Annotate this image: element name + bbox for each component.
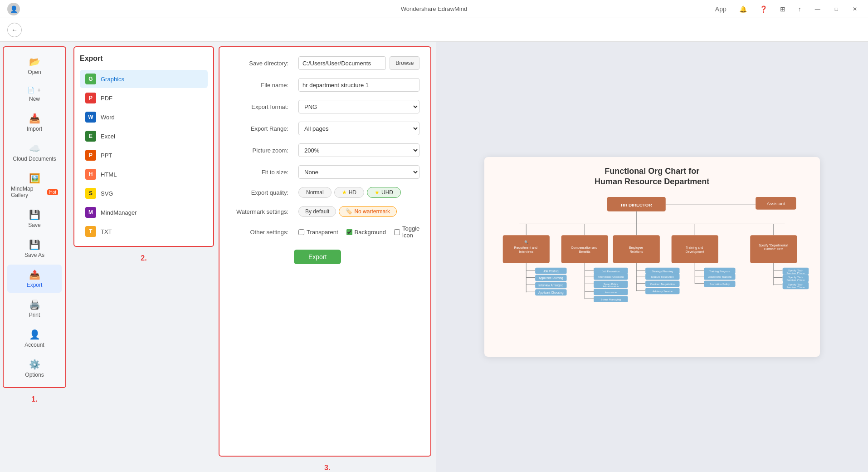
picture-zoom-control: 100%150%200%300% bbox=[298, 143, 419, 157]
fit-to-size-row: Fit to size: NoneFit to A4 bbox=[230, 165, 419, 179]
sidebar-item-gallery[interactable]: 🖼️ MindMap Gallery Hot bbox=[7, 168, 62, 203]
checkbox-group: Transparent Background Toggle icon bbox=[298, 225, 419, 239]
save-directory-input[interactable] bbox=[298, 56, 386, 70]
grid-icon[interactable]: ⊞ bbox=[777, 5, 788, 14]
txt-icon: T bbox=[85, 226, 96, 237]
minimize-btn[interactable]: — bbox=[811, 5, 824, 13]
help-icon[interactable]: ❓ bbox=[757, 5, 770, 14]
org-chart-svg: HR DIRECTOR Assistant bbox=[493, 195, 811, 348]
export-panel-title: Export bbox=[80, 53, 208, 64]
print-icon: 🖨️ bbox=[29, 299, 40, 310]
app-button[interactable]: App bbox=[712, 5, 729, 14]
background-checkbox[interactable] bbox=[346, 229, 352, 235]
export-type-graphics[interactable]: G Graphics bbox=[80, 70, 208, 88]
quality-normal-btn[interactable]: Normal bbox=[298, 187, 332, 198]
export-type-label: SVG bbox=[101, 190, 113, 197]
export-range-label: Export Range: bbox=[230, 125, 294, 132]
svg-text:Training Program: Training Program bbox=[709, 270, 730, 272]
sidebar-item-export[interactable]: 📤 Export bbox=[7, 265, 62, 293]
export-type-list: G Graphics P PDF W Word E Excel P PPT bbox=[80, 70, 208, 241]
toggle-icon-checkbox-label[interactable]: Toggle icon bbox=[394, 225, 419, 239]
svg-text:Job Evaluation: Job Evaluation bbox=[602, 270, 619, 272]
export-format-control: PNGJPGBMP bbox=[298, 100, 419, 113]
svg-text:Employee
          Relations: Employee Relations bbox=[629, 246, 644, 253]
picture-zoom-label: Picture zoom: bbox=[230, 147, 294, 154]
picture-zoom-select[interactable]: 100%150%200%300% bbox=[298, 143, 419, 157]
export-type-ppt[interactable]: P PPT bbox=[80, 146, 208, 164]
export-type-html[interactable]: H HTML bbox=[80, 165, 208, 183]
export-type-txt[interactable]: T TXT bbox=[80, 222, 208, 241]
export-type-mindmanager[interactable]: M MindManager bbox=[80, 203, 208, 221]
sidebar-item-account[interactable]: 👤 Account bbox=[7, 324, 62, 353]
export-type-word[interactable]: W Word bbox=[80, 108, 208, 126]
export-type-excel[interactable]: E Excel bbox=[80, 127, 208, 145]
export-format-select[interactable]: PNGJPGBMP bbox=[298, 100, 419, 113]
svg-text:Function 3" here: Function 3" here bbox=[786, 286, 805, 289]
sidebar-item-options[interactable]: ⚙️ Options bbox=[7, 354, 62, 383]
org-chart-title: Functional Org Chart for Human Resource … bbox=[595, 166, 709, 187]
quality-hd-btn[interactable]: ★ HD bbox=[334, 187, 364, 198]
sidebar-item-print[interactable]: 🖨️ Print bbox=[7, 295, 62, 323]
avatar[interactable]: 👤 bbox=[7, 3, 20, 15]
quality-uhd-btn[interactable]: ★ UHD bbox=[367, 187, 401, 198]
fit-to-size-control: NoneFit to A4 bbox=[298, 165, 419, 179]
sidebar-item-label: Options bbox=[25, 372, 44, 378]
settings-label-num: 3. bbox=[219, 464, 436, 472]
notification-icon[interactable]: 🔔 bbox=[736, 5, 750, 14]
quality-uhd-label: UHD bbox=[381, 189, 393, 196]
sidebar-item-open[interactable]: 📂 Open bbox=[7, 52, 62, 80]
export-button[interactable]: Export bbox=[294, 250, 341, 264]
export-range-control: All pagesCurrent page bbox=[298, 122, 419, 135]
export-type-label: Excel bbox=[101, 133, 115, 140]
sidebar-item-save-as[interactable]: 💾 Save As bbox=[7, 235, 62, 263]
watermark-control: By default 🏷️ No wartermark bbox=[298, 206, 419, 217]
svg-text:Attendance Checking: Attendance Checking bbox=[598, 275, 623, 278]
watermark-group: By default 🏷️ No wartermark bbox=[298, 206, 397, 217]
fit-to-size-label: Fit to size: bbox=[230, 169, 294, 176]
watermark-none-btn[interactable]: 🏷️ No wartermark bbox=[339, 206, 397, 217]
account-icon: 👤 bbox=[29, 329, 40, 340]
close-btn[interactable]: ✕ bbox=[849, 5, 861, 13]
watermark-label: Watermark settings: bbox=[230, 208, 294, 215]
svg-icon: S bbox=[85, 188, 96, 199]
sidebar-item-new[interactable]: 📄＋ New bbox=[7, 82, 62, 107]
sidebar-item-import[interactable]: 📥 Import bbox=[7, 108, 62, 137]
transparent-checkbox-label[interactable]: Transparent bbox=[298, 229, 338, 236]
browse-button[interactable]: Browse bbox=[390, 56, 419, 70]
svg-text:🔍: 🔍 bbox=[524, 240, 528, 244]
export-type-pdf[interactable]: P PDF bbox=[80, 89, 208, 107]
toggle-icon-checkbox[interactable] bbox=[394, 229, 400, 235]
maximize-btn[interactable]: □ bbox=[831, 5, 842, 13]
save-directory-row: Save directory: Browse bbox=[230, 56, 419, 70]
back-button[interactable]: ← bbox=[7, 23, 22, 37]
fit-to-size-select[interactable]: NoneFit to A4 bbox=[298, 165, 419, 179]
other-settings-label: Other settings: bbox=[230, 229, 294, 236]
svg-text:Strategy Planning: Strategy Planning bbox=[652, 270, 673, 272]
import-icon: 📥 bbox=[29, 113, 40, 124]
svg-text:Bonus Managing: Bonus Managing bbox=[600, 298, 621, 301]
titlebar: 👤 Wondershare EdrawMind App 🔔 ❓ ⊞ ↑ — □ … bbox=[0, 0, 868, 18]
sidebar-item-cloud[interactable]: ☁️ Cloud Documents bbox=[7, 138, 62, 167]
sidebar-item-label: Import bbox=[27, 126, 42, 132]
background-label: Background bbox=[355, 229, 386, 236]
watermark-check-icon: 🏷️ bbox=[346, 208, 352, 215]
titlebar-right: App 🔔 ❓ ⊞ ↑ — □ ✕ bbox=[712, 5, 861, 14]
transparent-checkbox[interactable] bbox=[298, 229, 304, 235]
quality-group: Normal ★ HD ★ UHD bbox=[298, 187, 401, 198]
export-type-svg[interactable]: S SVG bbox=[80, 184, 208, 202]
export-type-label: Graphics bbox=[101, 76, 124, 83]
sidebar-item-label: Open bbox=[28, 69, 41, 75]
export-range-select[interactable]: All pagesCurrent page bbox=[298, 122, 419, 135]
share-icon[interactable]: ↑ bbox=[795, 5, 804, 14]
watermark-row: Watermark settings: By default 🏷️ No war… bbox=[230, 206, 419, 217]
svg-text:Dispute Resolution: Dispute Resolution bbox=[651, 275, 674, 278]
hot-badge: Hot bbox=[47, 189, 58, 195]
watermark-default-btn[interactable]: By default bbox=[298, 206, 336, 217]
sidebar-item-save[interactable]: 💾 Save bbox=[7, 205, 62, 233]
graphics-icon: G bbox=[85, 74, 96, 84]
svg-text:Insurance: Insurance bbox=[605, 291, 617, 294]
sidebar-item-label: MindMap Gallery Hot bbox=[11, 186, 58, 198]
background-checkbox-label[interactable]: Background bbox=[346, 229, 386, 236]
file-name-input[interactable] bbox=[298, 78, 419, 92]
svg-text:Advisory Service: Advisory Service bbox=[652, 290, 673, 293]
